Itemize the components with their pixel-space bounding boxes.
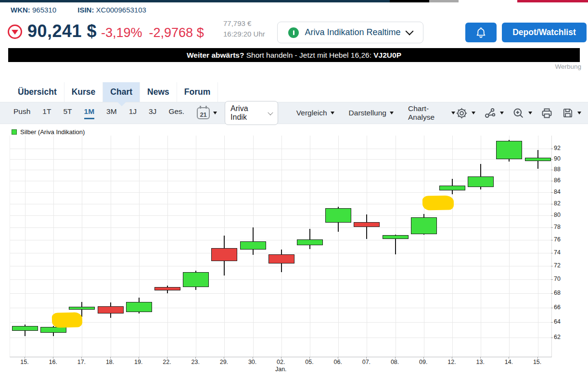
save-icon xyxy=(562,107,574,119)
depot-watchlist-button[interactable]: Depot/Watchlist xyxy=(502,23,587,42)
y-tick xyxy=(551,170,553,170)
ad-disclaimer: Werbung xyxy=(555,63,581,70)
price-change: -3,19%-2,9768 $ xyxy=(101,25,211,40)
gridline xyxy=(10,170,551,170)
y-tick-label: 88 xyxy=(554,166,561,173)
candle xyxy=(98,306,124,313)
gridline xyxy=(424,136,424,357)
y-tick-label: 82 xyxy=(554,200,561,207)
y-tick xyxy=(551,215,553,216)
isin-label: ISIN: xyxy=(77,6,94,14)
chart-legend: Silber (Ariva Indikation) xyxy=(12,128,85,136)
range-3m[interactable]: 3M xyxy=(106,107,117,119)
highlight-mark xyxy=(52,313,83,328)
candle xyxy=(12,326,38,331)
x-tick-label: 06. xyxy=(327,359,348,365)
gridline xyxy=(10,215,551,216)
candle xyxy=(126,302,152,312)
y-tick xyxy=(551,192,553,193)
instrument-select[interactable]: Ariva Indik xyxy=(225,101,278,125)
darstellung-menu[interactable]: Darstellung xyxy=(349,109,394,117)
candle xyxy=(69,307,95,310)
top-edge-strip xyxy=(0,0,588,2)
plot-area[interactable] xyxy=(10,136,552,357)
indicators-icon xyxy=(484,107,497,120)
gridline xyxy=(452,136,453,357)
calendar-icon: 21 xyxy=(197,107,210,119)
gridline xyxy=(10,279,551,280)
print-button[interactable] xyxy=(540,107,553,120)
gridline xyxy=(196,136,196,357)
gridline xyxy=(509,136,510,357)
candle xyxy=(297,239,323,245)
gridline xyxy=(167,136,168,357)
toolbar-menus: VergleichDarstellungChart-Analyse xyxy=(296,104,455,122)
range-ges[interactable]: Ges. xyxy=(168,107,184,119)
range-3j[interactable]: 3J xyxy=(149,107,156,119)
status-dot-icon xyxy=(288,27,299,38)
save-button[interactable] xyxy=(562,107,581,119)
y-tick-label: 72 xyxy=(554,262,561,269)
candle xyxy=(525,158,551,162)
tab-übersicht[interactable]: Übersicht xyxy=(11,82,64,102)
chevron-down-icon xyxy=(268,110,273,115)
isin-value: XC0009653103 xyxy=(96,6,146,14)
gridline xyxy=(111,136,111,357)
chart-analyse-menu[interactable]: Chart-Analyse xyxy=(408,104,455,122)
instrument-ids: WKN: 965310 ISIN: XC0009653103 xyxy=(11,6,146,14)
y-tick xyxy=(551,279,553,280)
down-triangle xyxy=(12,30,18,35)
settings-icon xyxy=(455,107,468,120)
tab-chart[interactable]: Chart xyxy=(103,82,140,102)
tab-kurse[interactable]: Kurse xyxy=(64,82,103,102)
range-5t[interactable]: 5T xyxy=(63,107,72,119)
x-tick-label: 05. xyxy=(299,359,320,365)
x-tick-label: 16. xyxy=(42,359,64,365)
y-tick xyxy=(551,322,553,323)
alert-bell-button[interactable] xyxy=(465,23,497,42)
y-tick xyxy=(551,266,553,266)
tab-forum[interactable]: Forum xyxy=(177,82,218,102)
x-tick-label: 19. xyxy=(128,359,149,365)
settings-button[interactable] xyxy=(455,107,475,120)
gridline xyxy=(10,159,551,160)
vergleich-menu[interactable]: Vergleich xyxy=(296,109,334,117)
candle xyxy=(411,217,437,235)
candle xyxy=(211,248,237,261)
x-tick-label: 23. xyxy=(185,359,206,365)
caret-down-icon xyxy=(213,112,217,114)
change-absolute: -2,9768 $ xyxy=(149,25,204,40)
wkn-value: 965310 xyxy=(32,6,56,14)
legend-label: Silber (Ariva Indikation) xyxy=(20,128,85,136)
y-tick xyxy=(551,181,553,181)
active-tab-notch xyxy=(117,102,126,106)
y-tick-label: 64 xyxy=(554,318,561,325)
realtime-source-dropdown[interactable]: Ariva Indikation Realtime xyxy=(277,22,423,43)
y-tick-label: 68 xyxy=(554,289,561,296)
caret-down-icon xyxy=(451,112,455,114)
candle xyxy=(439,186,465,191)
candle-wick xyxy=(309,229,310,249)
indicators-button[interactable] xyxy=(484,107,504,120)
date-range-picker[interactable]: 21 xyxy=(197,107,217,119)
x-tick-label: 02. xyxy=(270,359,292,365)
candle xyxy=(354,222,380,227)
caret-down-icon xyxy=(331,112,334,114)
x-tick-label: 07. xyxy=(356,359,377,365)
highlight-mark xyxy=(422,195,454,210)
zoom-button[interactable] xyxy=(512,107,532,120)
range-push[interactable]: Push xyxy=(13,107,30,119)
y-tick xyxy=(551,204,553,204)
instrument-select-value: Ariva Indik xyxy=(230,104,265,122)
print-icon xyxy=(540,107,553,120)
x-tick-label: 08. xyxy=(384,359,406,365)
range-1t[interactable]: 1T xyxy=(42,107,51,119)
y-tick-label: 76 xyxy=(554,236,561,243)
range-1m[interactable]: 1M xyxy=(84,107,95,119)
range-1j[interactable]: 1J xyxy=(129,107,137,119)
y-tick xyxy=(551,149,553,149)
gridline xyxy=(367,136,367,357)
tab-news[interactable]: News xyxy=(140,82,177,102)
x-tick-label: 14. xyxy=(498,359,519,365)
ad-banner[interactable]: Weiter abwärts? Short handeln - Jetzt mi… xyxy=(8,48,580,62)
